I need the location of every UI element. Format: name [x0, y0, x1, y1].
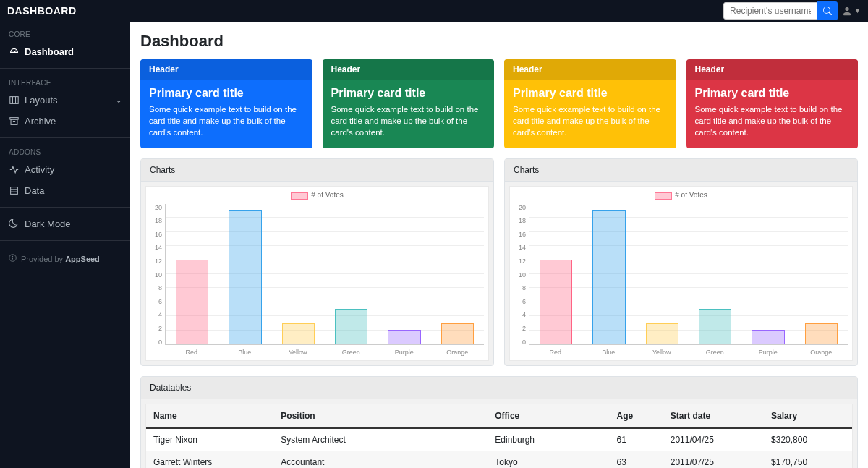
topbar: DASHBOARD ▼ — [0, 0, 868, 22]
chart-panel-title: Charts — [141, 159, 493, 182]
dark-mode-label: Dark Mode — [25, 218, 71, 229]
table-cell: $320,800 — [764, 428, 852, 451]
y-tick-label: 14 — [152, 244, 162, 251]
main-content: Dashboard HeaderPrimary card titleSome q… — [130, 22, 868, 468]
x-tick-label: Purple — [378, 349, 431, 356]
card-header: Header — [323, 59, 495, 80]
card-title: Primary card title — [149, 87, 304, 100]
x-tick-label: Orange — [431, 349, 485, 356]
svg-rect-11 — [12, 258, 13, 260]
user-dropdown[interactable]: ▼ — [842, 6, 861, 16]
chart-bar — [431, 204, 484, 344]
datatable-title: Datatables — [141, 377, 857, 399]
x-tick-label: Blue — [218, 349, 272, 356]
card-text: Some quick example text to build on the … — [149, 103, 304, 138]
topbar-right: ▼ — [723, 1, 861, 20]
x-tick-label: Green — [325, 349, 378, 356]
info-icon — [9, 254, 17, 263]
sidebar-item-data[interactable]: Data — [0, 180, 130, 201]
table-cell: Tiger Nixon — [146, 428, 273, 451]
x-tick-label: Green — [689, 349, 742, 356]
sidebar-heading: INTERFACE — [0, 75, 130, 90]
svg-rect-4 — [11, 119, 17, 124]
card-title: Primary card title — [331, 87, 486, 100]
sidebar-item-label: Dashboard — [25, 46, 74, 57]
chart-bar — [689, 204, 741, 344]
search-icon — [823, 7, 832, 15]
x-tick-label: Purple — [741, 349, 795, 356]
table-cell: 63 — [610, 451, 663, 468]
y-tick-label: 12 — [516, 258, 526, 265]
y-tick-label: 18 — [516, 217, 526, 224]
y-tick-label: 18 — [152, 217, 162, 224]
charts-row: Charts# of Votes20181614121086420RedBlue… — [140, 158, 858, 365]
search-input[interactable] — [723, 2, 817, 20]
column-header[interactable]: Position — [273, 404, 488, 428]
summary-card: HeaderPrimary card titleSome quick examp… — [140, 59, 312, 148]
chart-panel: Charts# of Votes20181614121086420RedBlue… — [504, 158, 858, 365]
x-tick-label: Blue — [582, 349, 636, 356]
datatable-panel: Datatables NamePositionOfficeAgeStart da… — [140, 376, 858, 468]
x-axis: RedBlueYellowGreenPurpleOrange — [529, 345, 848, 356]
y-tick-label: 8 — [152, 284, 162, 292]
sidebar-item-archive[interactable]: Archive — [0, 111, 130, 132]
page-title: Dashboard — [140, 32, 858, 51]
column-header[interactable]: Start date — [663, 404, 764, 428]
card-text: Some quick example text to build on the … — [513, 103, 668, 138]
chart-panel-title: Charts — [505, 159, 857, 182]
sidebar-item-dashboard[interactable]: Dashboard — [0, 41, 130, 62]
table-cell: Garrett Winters — [146, 451, 273, 468]
chart-bar — [741, 204, 794, 344]
y-tick-label: 0 — [152, 339, 162, 346]
table-cell: Tokyo — [488, 451, 609, 468]
table-row[interactable]: Tiger NixonSystem ArchitectEdinburgh6120… — [146, 428, 852, 451]
sidebar-item-label: Layouts — [25, 95, 58, 106]
card-text: Some quick example text to build on the … — [695, 103, 850, 138]
sidebar-item-layouts[interactable]: Layouts⌄ — [0, 90, 130, 111]
datatable: NamePositionOfficeAgeStart dateSalary Ti… — [146, 404, 852, 468]
dashboard-icon — [9, 47, 19, 57]
chart-bars — [165, 204, 484, 345]
chart-panel: Charts# of Votes20181614121086420RedBlue… — [140, 158, 494, 365]
table-cell: Edinburgh — [488, 428, 609, 451]
column-header[interactable]: Age — [610, 404, 663, 428]
x-tick-label: Orange — [795, 349, 848, 356]
y-tick-label: 2 — [152, 325, 162, 332]
table-row[interactable]: Garrett WintersAccountantTokyo632011/07/… — [146, 451, 852, 468]
datatable-header-row: NamePositionOfficeAgeStart dateSalary — [146, 404, 852, 428]
summary-card: HeaderPrimary card titleSome quick examp… — [504, 59, 676, 148]
x-tick-label: Red — [165, 349, 218, 356]
sidebar: COREDashboardINTERFACELayouts⌄ArchiveADD… — [0, 22, 130, 468]
svg-rect-0 — [9, 97, 17, 104]
card-header: Header — [504, 59, 676, 80]
y-axis: 20181614121086420 — [514, 204, 529, 356]
chart-bars — [529, 204, 848, 345]
chart-bar — [325, 204, 378, 344]
card-title: Primary card title — [695, 87, 850, 100]
brand-logo[interactable]: DASHBOARD — [7, 5, 77, 17]
table-cell: 2011/07/25 — [663, 451, 764, 468]
sidebar-heading: CORE — [0, 26, 130, 41]
search-button[interactable] — [817, 1, 838, 20]
columns-icon — [9, 95, 19, 106]
y-tick-label: 16 — [152, 231, 162, 238]
archive-icon — [9, 116, 19, 127]
data-icon — [9, 186, 19, 196]
summary-card: HeaderPrimary card titleSome quick examp… — [686, 59, 859, 148]
card-header: Header — [140, 59, 312, 80]
sidebar-item-activity[interactable]: Activity — [0, 159, 130, 180]
y-tick-label: 4 — [152, 311, 162, 318]
dark-mode-toggle[interactable]: Dark Mode — [0, 213, 130, 234]
chart-legend[interactable]: # of Votes — [514, 191, 848, 199]
sidebar-item-label: Archive — [25, 116, 56, 127]
y-tick-label: 2 — [516, 325, 526, 332]
y-tick-label: 20 — [152, 204, 162, 211]
column-header[interactable]: Office — [488, 404, 609, 428]
column-header[interactable]: Salary — [764, 404, 852, 428]
caret-down-icon: ▼ — [854, 7, 861, 14]
chart-legend[interactable]: # of Votes — [150, 191, 484, 199]
x-axis: RedBlueYellowGreenPurpleOrange — [165, 345, 484, 356]
chart-bar — [378, 204, 430, 344]
column-header[interactable]: Name — [146, 404, 273, 428]
table-cell: 2011/04/25 — [663, 428, 764, 451]
